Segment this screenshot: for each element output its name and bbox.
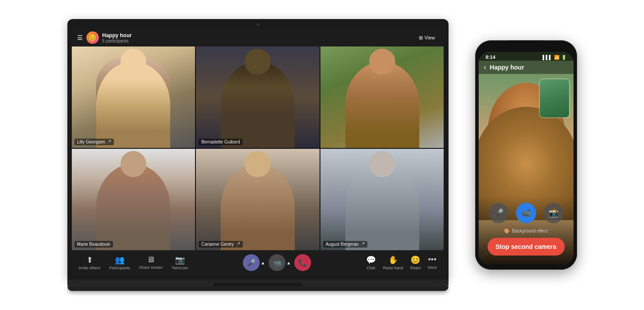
bg-effect-icon: 🎨 xyxy=(504,229,509,233)
head-bernadette xyxy=(245,49,271,75)
share-icon: 🖥 xyxy=(147,255,155,264)
phone-thumb-bg xyxy=(540,79,569,117)
video-cell-dog xyxy=(320,46,444,148)
toolbar-right: 💬 Chat ✋ Raise hand 😊 React ••• xyxy=(366,255,437,270)
figure-lilly xyxy=(96,62,170,148)
figure-marie xyxy=(96,164,170,250)
mic-chevron[interactable]: ▲ xyxy=(261,260,265,265)
head-august xyxy=(369,151,395,177)
phone-cam-switch-button[interactable]: 📸 xyxy=(543,203,564,223)
participant-name: Lilly Georgsen xyxy=(77,140,105,144)
figure-dog xyxy=(345,62,419,148)
phone-bg-effect-row: 🎨 Background effect xyxy=(488,229,565,233)
meeting-info: Happy hour 5 participants xyxy=(102,32,132,43)
phone-action-row: 🎤 📹 📸 xyxy=(488,203,565,223)
figure-august xyxy=(345,164,419,250)
participants-btn[interactable]: 👥 Participants xyxy=(109,255,130,270)
person-carianne xyxy=(196,149,320,250)
participants-label: Participants xyxy=(109,266,130,270)
laptop-camera xyxy=(257,23,259,26)
header-right: ⊞ View xyxy=(415,34,439,42)
participants-count: 5 participants xyxy=(102,39,132,43)
share-btn[interactable]: 🖥 Share screen xyxy=(139,255,163,270)
phone-notch xyxy=(508,40,544,50)
menu-icon[interactable]: ☰ xyxy=(77,34,83,41)
end-call-button[interactable]: 📞 xyxy=(294,254,311,271)
toolbar-left: ⬆ Invite others 👥 Participants 🖥 Share s… xyxy=(79,255,188,270)
chat-label: Chat xyxy=(367,266,375,270)
person-bernadette xyxy=(196,46,320,148)
cam-button[interactable]: 📹 xyxy=(269,254,285,271)
video-grid: Lilly Georgsen 🎤 Bernadet xyxy=(72,46,444,250)
react-icon: 😊 xyxy=(410,255,420,265)
react-label: React xyxy=(410,266,421,270)
raise-hand-label: Raise hand xyxy=(383,266,403,270)
label-lilly: Lilly Georgsen 🎤 xyxy=(74,139,114,145)
participant-name-carianne: Carianne Gentry xyxy=(201,242,234,247)
phone-body: 8:14 ▌▌▌ 📶 🔋 ‹ Happy hour xyxy=(475,40,577,270)
phone-cam-button[interactable]: 📹 xyxy=(516,203,536,223)
laptop-hinge xyxy=(214,283,302,287)
participants-icon: 👥 xyxy=(115,255,125,265)
phone-cam-icon: 📹 xyxy=(521,208,531,218)
laptop-body: ☰ 😊 Happy hour 5 participants ⊞ View xyxy=(67,19,449,279)
view-grid-icon: ⊞ xyxy=(419,35,423,41)
raise-hand-btn[interactable]: ✋ Raise hand xyxy=(383,255,403,270)
participant-name-bernadette: Bernadette Guibord xyxy=(201,140,240,144)
cam-chevron[interactable]: ▲ xyxy=(286,260,291,265)
person-marie xyxy=(72,149,195,250)
mic-icon-lilly: 🎤 xyxy=(107,140,111,144)
chat-icon: 💬 xyxy=(366,255,376,265)
participant-name-august: August Bergman xyxy=(326,242,359,247)
invite-label: Invite others xyxy=(79,266,101,270)
battery-icon: 🔋 xyxy=(561,55,566,60)
laptop-screen: ☰ 😊 Happy hour 5 participants ⊞ View xyxy=(72,29,444,275)
phone: 8:14 ▌▌▌ 📶 🔋 ‹ Happy hour xyxy=(475,40,577,270)
video-cell-lilly: Lilly Georgsen 🎤 xyxy=(72,46,195,148)
more-btn[interactable]: ••• More xyxy=(428,255,437,270)
figure-bernadette xyxy=(221,62,295,148)
mic-icon-august: 🎤 xyxy=(360,242,365,246)
head-lilly xyxy=(121,49,147,75)
cam-group: 📹 ▲ xyxy=(269,254,291,271)
phone-mic-button[interactable]: 🎤 xyxy=(488,203,509,223)
person-dog xyxy=(320,46,444,148)
label-carianne: Carianne Gentry 🎤 xyxy=(199,241,242,248)
back-icon[interactable]: ‹ xyxy=(484,63,486,71)
head-carianne xyxy=(245,151,271,177)
meeting-avatar: 😊 xyxy=(86,31,99,44)
meeting-title: Happy hour xyxy=(102,32,132,39)
video-cell-bernadette: Bernadette Guibord xyxy=(196,46,320,148)
invite-icon: ⬆ xyxy=(86,255,93,265)
react-btn[interactable]: 😊 React xyxy=(410,255,421,270)
phone-meeting-title: Happy hour xyxy=(490,64,524,71)
invite-btn[interactable]: ⬆ Invite others xyxy=(79,255,101,270)
laptop: ☰ 😊 Happy hour 5 participants ⊞ View xyxy=(67,19,449,291)
head-marie xyxy=(121,151,147,177)
person-august xyxy=(320,149,444,250)
view-button[interactable]: ⊞ View xyxy=(415,34,439,42)
toolbar-center: 🎤 ▲ 📹 ▲ 📞 xyxy=(243,254,311,271)
video-cell-carianne: Carianne Gentry 🎤 xyxy=(196,149,320,250)
chat-btn[interactable]: 💬 Chat xyxy=(366,255,376,270)
twincam-icon: 📷 xyxy=(175,255,185,265)
person-lilly xyxy=(72,46,195,148)
header-left: ☰ 😊 Happy hour 5 participants xyxy=(77,31,132,44)
head-dog xyxy=(369,49,395,75)
phone-status-bar: 8:14 ▌▌▌ 📶 🔋 xyxy=(479,52,574,61)
phone-mic-icon: 🎤 xyxy=(494,208,503,218)
signal-icon: ▌▌▌ xyxy=(543,55,552,60)
phone-screen: 8:14 ▌▌▌ 📶 🔋 ‹ Happy hour xyxy=(479,52,574,264)
share-label: Share screen xyxy=(139,265,163,270)
bg-effect-label: Background effect xyxy=(512,229,547,233)
mic-group: 🎤 ▲ xyxy=(243,254,265,271)
twincam-label: TwinCam xyxy=(172,266,188,270)
status-icons: ▌▌▌ 📶 🔋 xyxy=(543,55,566,60)
participant-name-marie: Marie Beaudouin xyxy=(77,242,111,247)
twincam-btn[interactable]: 📷 TwinCam xyxy=(172,255,188,270)
video-cell-august: August Bergman 🎤 xyxy=(320,149,444,250)
mic-button[interactable]: 🎤 xyxy=(243,254,260,271)
raise-hand-icon: ✋ xyxy=(388,255,398,265)
figure-carianne xyxy=(221,164,295,250)
stop-second-camera-button[interactable]: Stop second camera xyxy=(488,238,565,256)
